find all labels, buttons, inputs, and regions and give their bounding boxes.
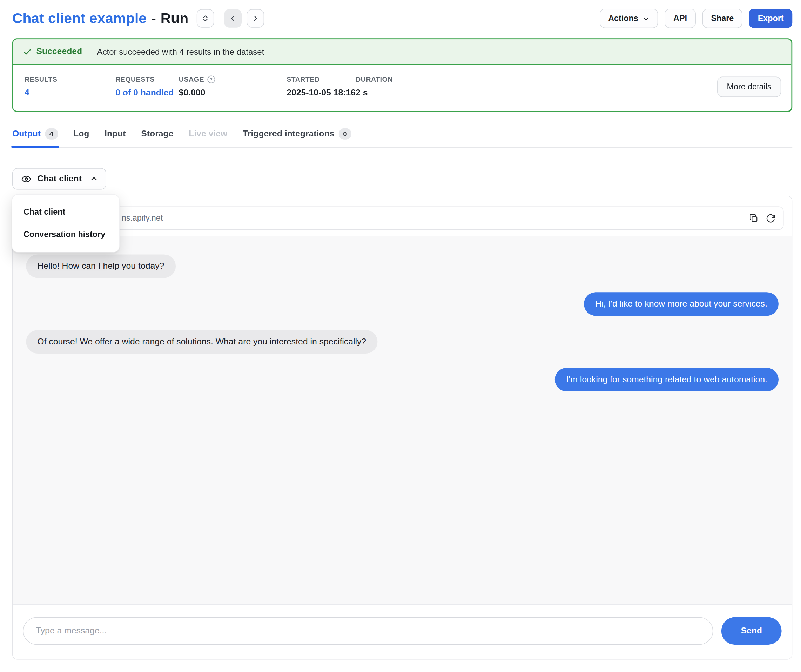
stat-value[interactable]: 4 <box>24 88 115 98</box>
chevron-left-icon <box>229 15 236 22</box>
actions-button[interactable]: Actions <box>599 9 658 28</box>
menu-item-conversation-history[interactable]: Conversation history <box>12 223 119 246</box>
eye-icon <box>21 174 32 185</box>
stat-started: STARTED 2025-10-05 18:16 <box>286 76 355 98</box>
title-separator: - <box>151 10 156 26</box>
stats-row: RESULTS 4 REQUESTS 0 of 0 handled US <box>13 65 791 111</box>
url-text: ns.apify.net <box>122 214 163 223</box>
chat-message: I'm looking for something related to web… <box>555 368 778 391</box>
message-input[interactable] <box>23 617 713 645</box>
status-banner: Succeeded Actor succeeded with 4 results… <box>13 39 791 65</box>
export-button[interactable]: Export <box>749 9 792 28</box>
tab-label: Live view <box>189 127 227 141</box>
refresh-icon[interactable] <box>765 213 776 224</box>
header: Chat client example-Run Actions API Shar… <box>12 7 792 29</box>
chevron-up-icon <box>90 175 98 182</box>
run-status-panel: Succeeded Actor succeeded with 4 results… <box>12 38 792 112</box>
next-run-button[interactable] <box>246 9 264 27</box>
run-detail-page: Chat client example-Run Actions API Shar… <box>0 0 801 672</box>
title-run-label: Run <box>161 10 188 26</box>
api-button[interactable]: API <box>664 9 695 28</box>
chevron-right-icon <box>252 15 259 22</box>
status-message: Actor succeeded with 4 results in the da… <box>97 47 264 56</box>
tab-triggered-integrations[interactable]: Triggered integrations 0 <box>243 127 352 147</box>
url-row: ns.apify.net <box>13 196 791 236</box>
stat-requests: REQUESTS 0 of 0 handled <box>115 76 179 98</box>
question-circle-icon[interactable]: ? <box>207 76 215 84</box>
copy-icon[interactable] <box>748 213 759 223</box>
run-selector-button[interactable] <box>196 9 214 27</box>
chat-message: Of course! We offer a wide range of solu… <box>26 330 377 354</box>
view-switcher-menu: Chat client Conversation history <box>12 194 120 252</box>
url-bar[interactable]: ns.apify.net <box>21 206 784 230</box>
tab-label: Log <box>73 127 89 141</box>
stat-label: RESULTS <box>24 76 57 84</box>
chat-message-row-user: Hi, I'd like to know more about your ser… <box>26 292 778 316</box>
stat-label: DURATION <box>355 76 393 84</box>
run-tabs: Output 4 Log Input Storage Live view <box>12 127 792 148</box>
chat-message-row-user: I'm looking for something related to web… <box>26 368 778 391</box>
chat-client-panel: ns.apify.net Hello! How can I help you t… <box>12 196 792 660</box>
chat-message-row-bot: Hello! How can I help you today? <box>26 254 778 278</box>
send-button[interactable]: Send <box>721 617 782 645</box>
previous-run-button[interactable] <box>224 9 241 27</box>
chat-message: Hi, I'd like to know more about your ser… <box>584 292 778 316</box>
stat-value: 2025-10-05 18:16 <box>286 88 355 98</box>
tab-output[interactable]: Output 4 <box>12 127 58 147</box>
stat-duration: DURATION 2 s <box>355 76 393 98</box>
stat-results: RESULTS 4 <box>24 76 115 98</box>
up-down-chevrons-icon <box>202 14 209 23</box>
tab-badge: 0 <box>338 129 352 140</box>
more-details-button[interactable]: More details <box>717 76 781 97</box>
actor-title-link[interactable]: Chat client example <box>12 10 146 26</box>
status-badge: Succeeded <box>36 47 82 57</box>
chat-message: Hello! How can I help you today? <box>26 254 175 278</box>
stat-usage: USAGE ? $0.000 <box>179 76 286 98</box>
tab-log[interactable]: Log <box>73 127 89 147</box>
page-title: Chat client example-Run <box>12 8 188 28</box>
tab-storage[interactable]: Storage <box>141 127 173 147</box>
check-icon <box>23 47 32 56</box>
stat-value: $0.000 <box>179 88 286 98</box>
stat-label: STARTED <box>286 76 320 84</box>
tab-label: Triggered integrations <box>243 127 334 141</box>
tab-input[interactable]: Input <box>105 127 126 147</box>
chat-composer: Send <box>13 604 791 659</box>
chevron-down-icon <box>643 15 650 22</box>
tab-badge: 4 <box>45 129 58 140</box>
menu-item-chat-client[interactable]: Chat client <box>12 201 119 223</box>
chat-message-list: Hello! How can I help you today? Hi, I'd… <box>13 236 791 604</box>
stat-value: 2 s <box>355 88 393 98</box>
view-switcher-button[interactable]: Chat client <box>12 168 106 190</box>
chat-message-row-bot: Of course! We offer a wide range of solu… <box>26 330 778 354</box>
stat-label: USAGE <box>179 76 204 84</box>
share-button[interactable]: Share <box>703 9 742 28</box>
tab-label: Storage <box>141 127 173 141</box>
tab-label: Input <box>105 127 126 141</box>
stat-value[interactable]: 0 of 0 handled <box>115 88 179 98</box>
stat-label: REQUESTS <box>115 76 154 84</box>
tab-label: Output <box>12 127 41 141</box>
tab-live-view: Live view <box>189 127 227 147</box>
